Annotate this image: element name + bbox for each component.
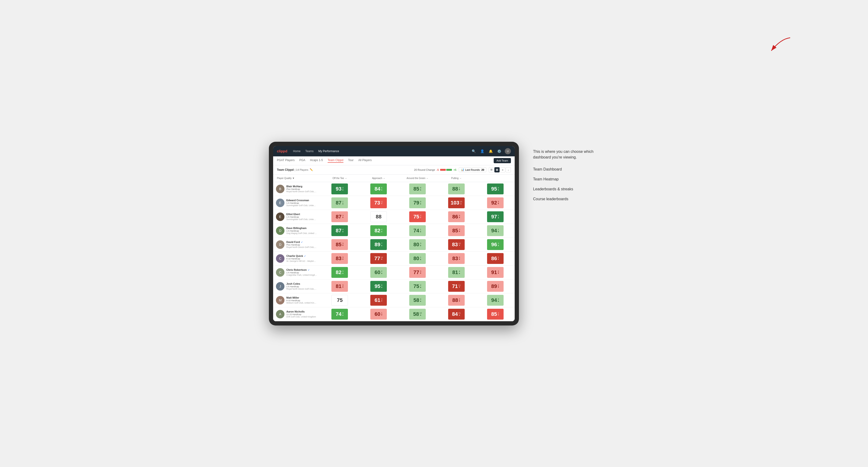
score-box: 975▲ [487, 211, 503, 222]
table-row[interactable]: JJosh Coles1-5 HandicapRoyal North Devon… [273, 280, 515, 293]
score-box: 866▼ [448, 211, 465, 222]
score-box: 836▼ [448, 253, 465, 264]
arrow-up-icon: ▲ [342, 231, 344, 232]
view-grid-icon[interactable]: ⊞ [489, 167, 494, 173]
table-row[interactable]: BBlair McHargPlus HandicapRoyal North De… [273, 182, 515, 196]
score-box: 897▲ [370, 239, 387, 250]
sub-nav-links: PGAT Players PGA Hcaps 1-5 Team Clippd T… [277, 158, 494, 163]
player-name: Edward Crossman [286, 199, 317, 201]
score-number: 85 [413, 186, 419, 192]
arrow-up-icon: ▲ [420, 258, 422, 260]
arrow-up-icon: ▲ [420, 189, 422, 191]
score-box: 963▲ [487, 239, 503, 250]
add-team-button[interactable]: Add Team [494, 158, 511, 163]
score-number: 85 [453, 228, 458, 234]
arrow-down-icon: ▼ [459, 245, 460, 247]
nav-link-home[interactable]: Home [293, 150, 301, 153]
table-row[interactable]: EEdward Crossman1-5 HandicapSunningdale … [273, 196, 515, 210]
score-number: 74 [336, 311, 341, 317]
arrow-down-icon: ▼ [497, 272, 499, 274]
arrow-up-icon: ▲ [381, 189, 382, 191]
score-delta: 8▲ [420, 187, 422, 191]
arrow-up-icon: ▲ [459, 314, 460, 316]
table-row[interactable]: DDave Billingham1-5 HandicapGog Magog Go… [273, 224, 515, 238]
score-number: 80 [413, 255, 419, 261]
player-club: Royal North Devon Golf Club, United King… [286, 190, 317, 193]
score-box: 803▲ [409, 239, 426, 250]
nav-link-myperformance[interactable]: My Performance [318, 150, 339, 153]
score-box: 853▼ [331, 239, 348, 250]
player-club: Woburn Golf Club, United Kingdom [286, 302, 317, 304]
score-delta: 3▼ [497, 201, 499, 205]
subnav-teamclippd[interactable]: Team Clippd [328, 158, 343, 163]
view-heatmap-icon[interactable]: ▦ [494, 167, 500, 173]
score-delta: 4▲ [420, 298, 422, 302]
score-cell: 601▼ [359, 307, 398, 321]
arrow-down-icon: ▼ [381, 203, 382, 205]
arrow-down-icon: ▼ [342, 217, 344, 219]
score-number: 82 [336, 269, 341, 276]
player-cell: JJosh Coles1-5 HandicapRoyal North Devon… [273, 280, 320, 293]
score-cell: 874▲ [320, 224, 359, 238]
subnav-pgat[interactable]: PGAT Players [277, 158, 294, 163]
score-number: 87 [336, 200, 341, 206]
score-cell: 833▼ [320, 252, 359, 266]
score-delta: 9▲ [420, 201, 422, 205]
score-delta: 6▼ [459, 256, 460, 260]
score-cell: 8310▼ [437, 238, 476, 251]
score-cell: 813▼ [320, 280, 359, 293]
arrow-down-icon: ▼ [420, 217, 422, 219]
avatar[interactable]: U [505, 148, 511, 154]
table-row[interactable]: CChris Robertson ✓1-5 HandicapCraigmilla… [273, 266, 515, 280]
arrow-up-icon: ▲ [497, 245, 499, 247]
subnav-tour[interactable]: Tour [348, 158, 353, 163]
search-icon[interactable]: 🔍 [471, 148, 476, 154]
player-avatar: C [276, 254, 284, 263]
subnav-allplayers[interactable]: All Players [358, 158, 372, 163]
player-club: Sunningdale Golf Club, United Kingdom [286, 204, 317, 207]
score-box: 873▼ [331, 211, 348, 222]
score-cell: 871▲ [320, 196, 359, 210]
score-delta: 3▼ [459, 228, 460, 232]
score-cell: 923▼ [476, 196, 515, 210]
view-list-icon[interactable]: ≡ [500, 167, 505, 173]
player-name: Chris Robertson ✓ [286, 269, 317, 271]
table-row[interactable]: DDavid Ford ✓Plus HandicapRoyal North De… [273, 238, 515, 252]
bell-icon[interactable]: 🔔 [488, 148, 493, 154]
subnav-hcaps[interactable]: Hcaps 1-5 [310, 158, 323, 163]
arrow-down-icon: ▼ [420, 272, 422, 274]
score-cell: 10315▲ [437, 196, 476, 210]
arrow-up-icon: ▲ [381, 286, 382, 288]
nav-link-teams[interactable]: Teams [305, 150, 313, 153]
player-avatar: A [276, 310, 284, 318]
settings-icon[interactable]: ⚙️ [496, 148, 502, 154]
score-number: 97 [491, 214, 497, 220]
player-name: Dave Billingham [286, 227, 317, 229]
score-box: 5810▲ [409, 309, 426, 319]
score-delta: 10▲ [420, 312, 422, 316]
arrow-down-icon: ▼ [459, 300, 460, 302]
view-export-icon[interactable]: ↓ [506, 167, 511, 173]
table-row[interactable]: MMatt Miller6-10 HandicapWoburn Golf Clu… [273, 293, 515, 307]
last-rounds-button[interactable]: 📊 Last Rounds: 20 [459, 167, 486, 172]
score-cell: 882▼ [437, 293, 476, 307]
subnav-pga[interactable]: PGA [299, 158, 305, 163]
score-cell: 858▲ [398, 182, 437, 196]
score-delta: 7▲ [381, 243, 382, 247]
user-icon[interactable]: 👤 [479, 148, 485, 154]
bar-green [446, 169, 452, 171]
edit-icon[interactable]: ✏️ [310, 168, 313, 171]
score-cell: 748▲ [320, 307, 359, 321]
table-row[interactable]: CCharlie Quick ✓6-10 HandicapSt. George'… [273, 252, 515, 266]
player-club: Drift Golf Club, United Kingdom [286, 316, 316, 318]
table-row[interactable]: AAaron Nicholls11-15 HandicapDrift Golf … [273, 307, 515, 321]
score-box: 943▲ [487, 295, 503, 306]
score-delta: 3▼ [420, 270, 422, 274]
score-delta: 8▲ [381, 284, 382, 288]
table-row[interactable]: EElliot Ebert1-5 HandicapSunningdale Gol… [273, 210, 515, 224]
score-number: 77 [413, 269, 419, 276]
score-cell: 943▲ [476, 293, 515, 307]
score-delta: 11▼ [380, 201, 383, 205]
score-cell: 873▼ [320, 210, 359, 224]
score-number: 88 [453, 186, 458, 192]
